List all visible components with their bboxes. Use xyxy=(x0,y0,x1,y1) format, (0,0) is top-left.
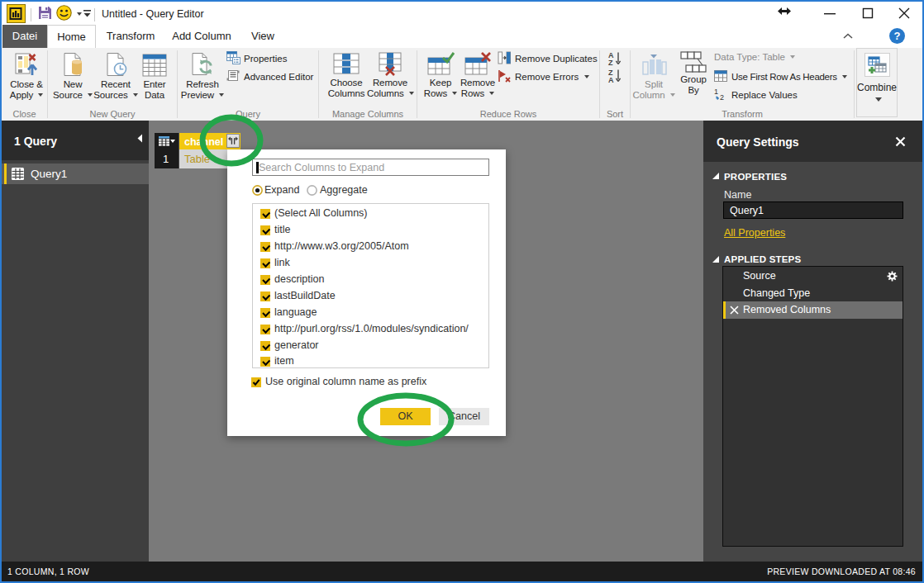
svg-text:2: 2 xyxy=(720,93,724,101)
svg-text:?: ? xyxy=(894,30,901,42)
svg-text:A: A xyxy=(608,76,614,83)
svg-text:1: 1 xyxy=(714,88,718,96)
svg-text:Z: Z xyxy=(608,59,613,66)
